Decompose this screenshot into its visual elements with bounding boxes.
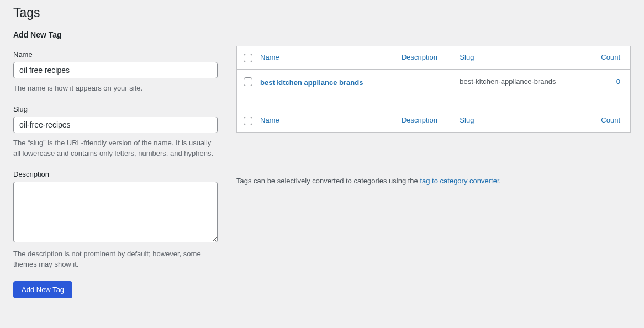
row-description: —	[396, 69, 454, 109]
row-checkbox[interactable]	[244, 77, 252, 86]
slug-input[interactable]	[13, 117, 218, 133]
converter-note: Tags can be selectively converted to cat…	[236, 177, 631, 185]
col-name-footer[interactable]: Name	[260, 116, 279, 124]
select-all-top-checkbox[interactable]	[244, 54, 252, 62]
page-title: Tags	[13, 6, 631, 20]
table-row: best kitchen appliance brands — best-kit…	[237, 69, 631, 109]
select-all-bottom-checkbox[interactable]	[244, 117, 252, 125]
col-description-footer[interactable]: Description	[402, 116, 437, 124]
add-tag-form: Add New Tag Name The name is how it appe…	[13, 30, 218, 298]
description-help: The description is not prominent by defa…	[13, 248, 218, 270]
form-heading: Add New Tag	[13, 30, 218, 39]
col-name-header[interactable]: Name	[260, 53, 279, 61]
row-slug: best-kitchen-appliance-brands	[454, 69, 587, 109]
name-label: Name	[13, 50, 218, 59]
name-input[interactable]	[13, 62, 218, 78]
converter-note-prefix: Tags can be selectively converted to cat…	[236, 177, 420, 185]
tags-table: Name Description Slug Count best kitchen…	[236, 46, 631, 133]
description-label: Description	[13, 170, 218, 178]
row-count-link[interactable]: 0	[616, 77, 620, 86]
add-new-tag-button[interactable]: Add New Tag	[13, 281, 72, 298]
row-name-link[interactable]: best kitchen appliance brands	[260, 78, 363, 87]
col-slug-header[interactable]: Slug	[460, 53, 474, 61]
tag-to-category-link[interactable]: tag to category converter	[420, 177, 499, 185]
col-description-header[interactable]: Description	[402, 53, 437, 61]
col-count-footer[interactable]: Count	[601, 116, 620, 124]
slug-label: Slug	[13, 105, 218, 113]
col-count-header[interactable]: Count	[601, 53, 620, 61]
slug-help: The “slug” is the URL-friendly version o…	[13, 137, 218, 159]
converter-note-suffix: .	[499, 177, 502, 185]
description-textarea[interactable]	[13, 182, 218, 242]
name-help: The name is how it appears on your site.	[13, 83, 218, 94]
col-slug-footer[interactable]: Slug	[460, 116, 474, 124]
